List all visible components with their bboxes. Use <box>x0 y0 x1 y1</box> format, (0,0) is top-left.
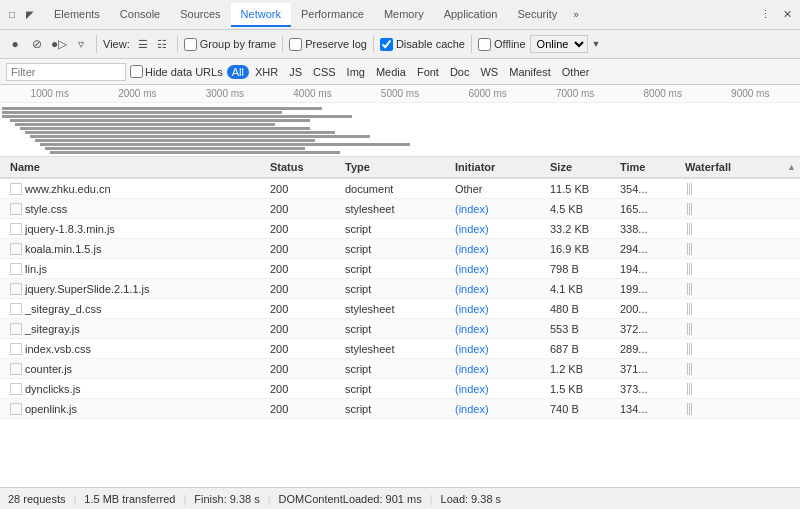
table-row[interactable]: _sitegray.js 200 script (index) 553 B 37… <box>0 319 800 339</box>
table-row[interactable]: openlink.js 200 script (index) 740 B 134… <box>0 399 800 419</box>
cell-initiator[interactable]: (index) <box>451 403 546 415</box>
file-icon <box>10 403 22 415</box>
cell-name: lin.js <box>6 263 266 275</box>
filter-input[interactable] <box>6 63 126 81</box>
table-row[interactable]: lin.js 200 script (index) 798 B 194... <box>0 259 800 279</box>
throttle-dropdown-arrow[interactable]: ▼ <box>592 39 601 49</box>
tab-console[interactable]: Console <box>110 3 170 27</box>
col-header-type[interactable]: Type <box>341 161 451 173</box>
cell-time: 294... <box>616 243 681 255</box>
table-row[interactable]: jquery.SuperSlide.2.1.1.js 200 script (i… <box>0 279 800 299</box>
filter-img[interactable]: Img <box>342 65 370 79</box>
group-frame-input[interactable] <box>184 38 197 51</box>
status-load: Load: 9.38 s <box>441 493 502 505</box>
cell-waterfall <box>681 183 800 195</box>
cell-name: openlink.js <box>6 403 266 415</box>
close-devtools-button[interactable]: ✕ <box>779 6 796 23</box>
more-options-button[interactable]: ⋮ <box>756 6 775 23</box>
cell-waterfall <box>681 323 800 335</box>
device-icon[interactable]: ◤ <box>22 7 38 23</box>
tab-sources[interactable]: Sources <box>170 3 230 27</box>
col-header-name[interactable]: Name <box>6 161 266 173</box>
table-row[interactable]: index.vsb.css 200 stylesheet (index) 687… <box>0 339 800 359</box>
clear-button[interactable]: ⊘ <box>28 35 46 53</box>
filter-ws[interactable]: WS <box>475 65 503 79</box>
table-row[interactable]: counter.js 200 script (index) 1.2 KB 371… <box>0 359 800 379</box>
cell-type: script <box>341 243 451 255</box>
cell-initiator[interactable]: (index) <box>451 303 546 315</box>
tick-5: 5000 ms <box>356 88 444 99</box>
col-header-waterfall[interactable]: Waterfall ▲ <box>681 161 800 173</box>
table-row[interactable]: www.zhku.edu.cn 200 document Other 11.5 … <box>0 179 800 199</box>
tab-network[interactable]: Network <box>231 3 291 27</box>
offline-input[interactable] <box>478 38 491 51</box>
more-tabs-button[interactable]: » <box>567 4 585 25</box>
table-row[interactable]: koala.min.1.5.js 200 script (index) 16.9… <box>0 239 800 259</box>
cell-waterfall <box>681 283 800 295</box>
filter-other[interactable]: Other <box>557 65 595 79</box>
tab-application[interactable]: Application <box>434 3 508 27</box>
cell-initiator[interactable]: (index) <box>451 363 546 375</box>
file-icon <box>10 323 22 335</box>
filter-js[interactable]: JS <box>284 65 307 79</box>
table-row[interactable]: jquery-1.8.3.min.js 200 script (index) 3… <box>0 219 800 239</box>
record-button[interactable]: ● <box>6 35 24 53</box>
inspect-icon[interactable]: □ <box>4 7 20 23</box>
view-group-button[interactable]: ☷ <box>153 36 171 53</box>
cell-status: 200 <box>266 203 341 215</box>
camera-button[interactable]: ●▷ <box>50 35 68 53</box>
cell-initiator[interactable]: (index) <box>451 223 546 235</box>
cell-status: 200 <box>266 183 341 195</box>
tab-security[interactable]: Security <box>507 3 567 27</box>
cell-initiator[interactable]: (index) <box>451 263 546 275</box>
cell-name: counter.js <box>6 363 266 375</box>
tick-8: 8000 ms <box>619 88 707 99</box>
hide-urls-checkbox[interactable]: Hide data URLs <box>130 65 223 78</box>
cell-initiator[interactable]: (index) <box>451 243 546 255</box>
tab-memory[interactable]: Memory <box>374 3 434 27</box>
table-row[interactable]: dynclicks.js 200 script (index) 1.5 KB 3… <box>0 379 800 399</box>
offline-checkbox[interactable]: Offline <box>478 38 526 51</box>
col-header-status[interactable]: Status <box>266 161 341 173</box>
group-frame-checkbox[interactable]: Group by frame <box>184 38 276 51</box>
cell-status: 200 <box>266 403 341 415</box>
filter-xhr[interactable]: XHR <box>250 65 283 79</box>
filter-all[interactable]: All <box>227 65 249 79</box>
cell-name: style.css <box>6 203 266 215</box>
cell-initiator[interactable]: (index) <box>451 343 546 355</box>
cell-status: 200 <box>266 303 341 315</box>
view-list-button[interactable]: ☰ <box>134 36 152 53</box>
filter-font[interactable]: Font <box>412 65 444 79</box>
cell-initiator[interactable]: (index) <box>451 323 546 335</box>
tab-performance[interactable]: Performance <box>291 3 374 27</box>
cell-initiator[interactable]: (index) <box>451 283 546 295</box>
filter-doc[interactable]: Doc <box>445 65 475 79</box>
cell-status: 200 <box>266 283 341 295</box>
timeline-ruler: 1000 ms 2000 ms 3000 ms 4000 ms 5000 ms … <box>0 85 800 103</box>
cell-time: 354... <box>616 183 681 195</box>
preserve-log-input[interactable] <box>289 38 302 51</box>
table-row[interactable]: style.css 200 stylesheet (index) 4.5 KB … <box>0 199 800 219</box>
cell-initiator[interactable]: (index) <box>451 203 546 215</box>
filter-button[interactable]: ▿ <box>72 35 90 53</box>
cell-initiator[interactable]: (index) <box>451 383 546 395</box>
filter-css[interactable]: CSS <box>308 65 341 79</box>
col-header-initiator[interactable]: Initiator <box>451 161 546 173</box>
filter-manifest[interactable]: Manifest <box>504 65 556 79</box>
col-header-size[interactable]: Size <box>546 161 616 173</box>
table-row[interactable]: _sitegray_d.css 200 stylesheet (index) 4… <box>0 299 800 319</box>
filter-media[interactable]: Media <box>371 65 411 79</box>
disable-cache-checkbox[interactable]: Disable cache <box>380 38 465 51</box>
disable-cache-input[interactable] <box>380 38 393 51</box>
tab-elements[interactable]: Elements <box>44 3 110 27</box>
file-icon <box>10 223 22 235</box>
col-header-time[interactable]: Time <box>616 161 681 173</box>
cell-status: 200 <box>266 323 341 335</box>
cell-type: stylesheet <box>341 343 451 355</box>
cell-name: dynclicks.js <box>6 383 266 395</box>
hide-urls-input[interactable] <box>130 65 143 78</box>
network-throttle-select[interactable]: Online <box>530 35 588 53</box>
network-table[interactable]: www.zhku.edu.cn 200 document Other 11.5 … <box>0 179 800 487</box>
cell-time: 199... <box>616 283 681 295</box>
preserve-log-checkbox[interactable]: Preserve log <box>289 38 367 51</box>
